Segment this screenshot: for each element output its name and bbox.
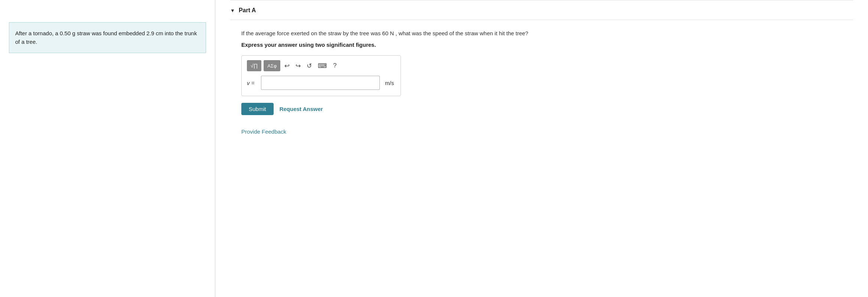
provide-feedback-link[interactable]: Provide Feedback [241, 128, 286, 135]
question-text: If the average force exerted on the stra… [241, 29, 842, 38]
input-row: v = m/s [247, 76, 395, 90]
left-panel: After a tornado, a 0.50 g straw was foun… [0, 0, 215, 297]
part-a-header: ▼ Part A [230, 0, 853, 20]
undo-button[interactable]: ↩ [283, 61, 291, 71]
sqrt-button[interactable]: √∏ [247, 60, 261, 71]
input-label: v = [247, 80, 257, 86]
feedback-section: Provide Feedback [230, 128, 853, 135]
submit-button[interactable]: Submit [241, 103, 274, 115]
right-panel: ▼ Part A If the average force exerted on… [215, 0, 868, 297]
answer-input[interactable] [261, 76, 380, 90]
question-instruction: Express your answer using two significan… [241, 42, 842, 48]
redo-button[interactable]: ↪ [294, 61, 303, 71]
request-answer-link[interactable]: Request Answer [280, 106, 323, 112]
keyboard-button[interactable]: ⌨ [316, 61, 329, 71]
question-area: If the average force exerted on the stra… [230, 29, 853, 115]
question-text-before: If the average force exerted on the stra… [241, 30, 390, 36]
problem-text: After a tornado, a 0.50 g straw was foun… [15, 30, 197, 45]
help-button[interactable]: ? [331, 61, 338, 70]
part-a-chevron[interactable]: ▼ [230, 8, 235, 13]
alpha-button[interactable]: ΑΣφ [264, 60, 280, 71]
unit-N: N [390, 30, 394, 36]
math-toolbar: √∏ ΑΣφ ↩ ↪ ↺ ⌨ ? [247, 60, 395, 71]
question-text-after: , what was the speed of the straw when i… [394, 30, 528, 36]
problem-box: After a tornado, a 0.50 g straw was foun… [9, 22, 206, 53]
reset-button[interactable]: ↺ [305, 61, 314, 71]
part-a-title: Part A [239, 7, 256, 14]
action-row: Submit Request Answer [241, 103, 842, 115]
unit-label: m/s [385, 80, 394, 86]
answer-container: √∏ ΑΣφ ↩ ↪ ↺ ⌨ ? v = m/s [241, 55, 401, 96]
